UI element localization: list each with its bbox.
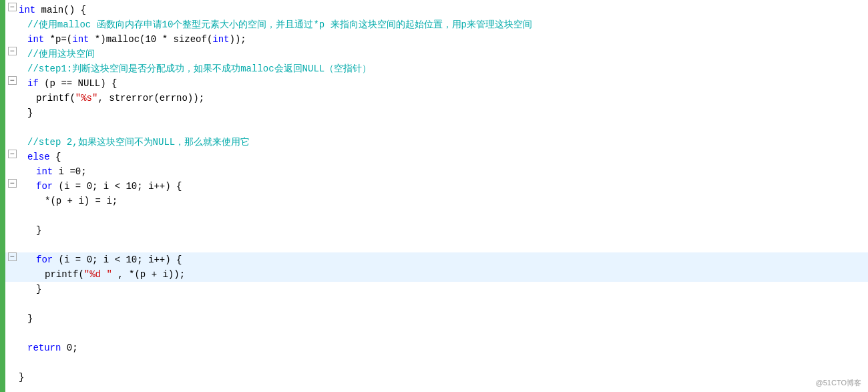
- fold-indicator[interactable]: [5, 252, 19, 261]
- fold-indicator[interactable]: [5, 76, 19, 85]
- code-area: int main() {//使用malloc 函数向内存申请10个整型元素大小的…: [5, 0, 868, 392]
- code-line: [5, 297, 868, 311]
- code-container: int main() {//使用malloc 函数向内存申请10个整型元素大小的…: [0, 0, 868, 392]
- code-line: printf("%d " , *(p + i));: [5, 267, 868, 282]
- green-bar: [0, 0, 5, 392]
- code-line: int i =0;: [5, 164, 868, 179]
- code-line: for (i = 0; i < 10; i++) {: [5, 179, 868, 194]
- code-line: printf("%s", strerror(errno));: [5, 91, 868, 106]
- code-line: }: [5, 282, 868, 297]
- code-text: }: [36, 282, 868, 297]
- code-text: *(p + i) = i;: [45, 194, 868, 208]
- code-line: //step1:判断这块空间是否分配成功，如果不成功malloc会返回NULL（…: [5, 61, 868, 76]
- code-text: for (i = 0; i < 10; i++) {: [36, 179, 868, 194]
- code-line: for (i = 0; i < 10; i++) {: [5, 252, 868, 267]
- code-text: //使用这块空间: [27, 47, 868, 61]
- code-text: int *p=(int *)malloc(10 * sizeof(int));: [27, 32, 868, 47]
- code-line: }: [5, 106, 868, 120]
- code-line: int *p=(int *)malloc(10 * sizeof(int));: [5, 32, 868, 47]
- code-text: int main() {: [19, 3, 868, 17]
- code-line: int main() {: [5, 3, 868, 17]
- code-line: //step 2,如果这块空间不为NULL，那么就来使用它: [5, 135, 868, 150]
- code-text: }: [19, 370, 868, 385]
- code-text: }: [27, 106, 868, 120]
- code-text: //使用malloc 函数向内存申请10个整型元素大小的空间，并且通过*p 来指…: [27, 17, 868, 32]
- code-text: int i =0;: [36, 164, 868, 179]
- code-line: [5, 208, 868, 223]
- fold-indicator[interactable]: [5, 3, 19, 11]
- code-line: *(p + i) = i;: [5, 194, 868, 208]
- fold-indicator[interactable]: [5, 47, 19, 55]
- code-line: //使用这块空间: [5, 47, 868, 61]
- code-text: for (i = 0; i < 10; i++) {: [36, 252, 868, 267]
- code-line: }: [5, 370, 868, 385]
- code-text: }: [27, 311, 868, 326]
- code-line: [5, 326, 868, 341]
- code-line: if (p == NULL) {: [5, 76, 868, 91]
- code-text: if (p == NULL) {: [27, 76, 868, 91]
- code-text: }: [36, 223, 868, 238]
- code-line: }: [5, 223, 868, 238]
- code-text: return 0;: [27, 341, 868, 355]
- code-line: //使用malloc 函数向内存申请10个整型元素大小的空间，并且通过*p 来指…: [5, 17, 868, 32]
- fold-indicator[interactable]: [5, 179, 19, 188]
- code-line: [5, 120, 868, 135]
- code-line: [5, 355, 868, 370]
- watermark: @51CTO博客: [816, 378, 861, 388]
- code-text: printf("%s", strerror(errno));: [36, 91, 868, 106]
- code-text: else {: [27, 150, 868, 164]
- code-text: //step1:判断这块空间是否分配成功，如果不成功malloc会返回NULL（…: [27, 61, 868, 76]
- fold-indicator[interactable]: [5, 150, 19, 158]
- code-line: }: [5, 311, 868, 326]
- code-text: printf("%d " , *(p + i));: [45, 267, 868, 282]
- code-line: return 0;: [5, 341, 868, 355]
- code-line: [5, 238, 868, 252]
- code-text: //step 2,如果这块空间不为NULL，那么就来使用它: [27, 135, 868, 150]
- code-line: else {: [5, 150, 868, 164]
